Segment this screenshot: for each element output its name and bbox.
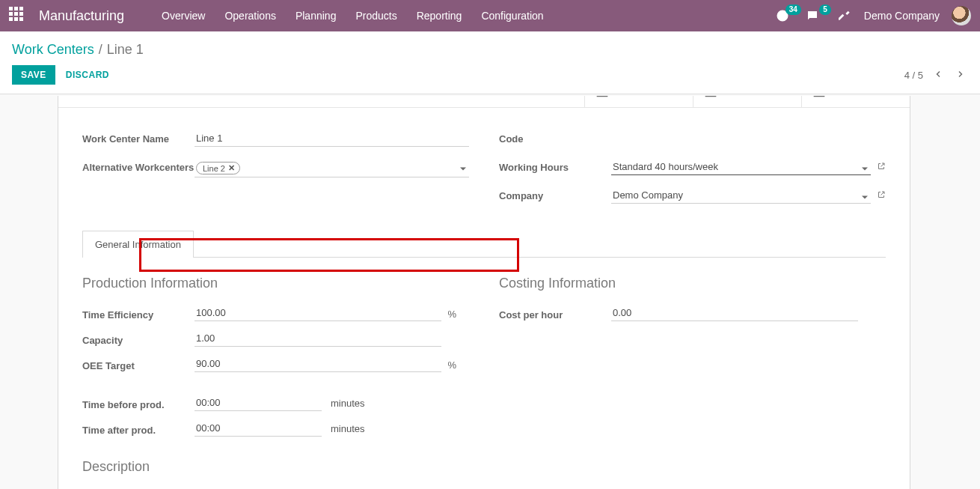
alternative-workcenters-field[interactable]: Line 2 ✕ [195, 159, 469, 177]
bar-chart-icon [594, 96, 610, 99]
form-main: Work Center Name Alternative Workcenters… [58, 108, 910, 231]
form-col-left: Work Center Name Alternative Workcenters… [82, 130, 469, 216]
external-link-icon [877, 162, 886, 171]
time-efficiency-input[interactable] [195, 305, 441, 321]
menu-operations[interactable]: Operations [217, 7, 283, 25]
debug-icon[interactable] [833, 6, 857, 26]
stat-oee[interactable]: OEE [476, 96, 584, 107]
percent-unit: % [441, 357, 456, 371]
chevron-right-icon [956, 70, 965, 79]
menu-overview[interactable]: Overview [154, 7, 212, 25]
stat-buttons: OEE Lost Load Performance [58, 96, 910, 108]
external-link-icon [877, 190, 886, 199]
apps-icon[interactable] [9, 7, 27, 25]
time-before-input[interactable] [195, 395, 322, 411]
label-oee-target: OEE Target [82, 357, 195, 371]
capacity-input[interactable] [195, 330, 441, 347]
workcenter-name-field[interactable] [195, 130, 469, 147]
label-time-after-prod: Time after prod. [82, 422, 195, 436]
label-alternative-workcenters: Alternative Workcenters [82, 159, 195, 173]
empty-unit [441, 338, 456, 340]
tab-content-general: Production Information Time Efficiency %… [58, 258, 910, 452]
working-hours-external-link[interactable] [877, 162, 886, 173]
breadcrumb-root[interactable]: Work Centers [12, 42, 94, 58]
costing-title: Costing Information [499, 276, 886, 291]
label-working-hours: Working Hours [499, 159, 611, 173]
pie-icon [485, 96, 501, 99]
menu-reporting[interactable]: Reporting [409, 7, 470, 25]
stat-performance-label: Performance [833, 96, 889, 97]
main-menu: Overview Operations Planning Products Re… [154, 7, 551, 25]
save-button[interactable]: SAVE [12, 65, 55, 85]
bar-chart-icon [702, 96, 719, 99]
company-external-link[interactable] [877, 190, 886, 201]
label-capacity: Capacity [82, 332, 195, 346]
tabs-container: General Information [58, 231, 910, 258]
alt-tag-item[interactable]: Line 2 ✕ [196, 162, 240, 174]
time-after-input[interactable] [195, 420, 322, 437]
breadcrumb-separator: / [99, 42, 102, 58]
menu-planning[interactable]: Planning [288, 7, 344, 25]
description-section: Description Description of the work cent… [58, 452, 910, 489]
messages-indicator[interactable]: 5 [803, 6, 830, 25]
pager-prev[interactable] [931, 67, 946, 84]
control-panel: Work Centers / Line 1 SAVE DISCARD 4 / 5 [0, 31, 980, 94]
alt-tag-remove-icon[interactable]: ✕ [228, 163, 235, 173]
stat-performance[interactable]: Performance [801, 96, 910, 107]
action-bar: SAVE DISCARD 4 / 5 [12, 58, 968, 94]
costing-section: Costing Information Cost per hour [499, 276, 886, 444]
label-time-efficiency: Time Efficiency [82, 306, 195, 321]
bar-chart-icon [811, 96, 827, 99]
working-hours-input[interactable] [613, 161, 871, 172]
form-sheet: OEE Lost Load Performance Work Center Na… [58, 96, 910, 489]
label-workcenter-name: Work Center Name [82, 130, 195, 145]
user-avatar[interactable] [952, 6, 971, 25]
minutes-unit: minutes [331, 398, 365, 409]
wrench-icon [839, 9, 851, 21]
pager-next[interactable] [953, 67, 968, 84]
topbar: Manufacturing Overview Operations Planni… [0, 0, 980, 31]
label-time-before-prod: Time before prod. [82, 396, 195, 410]
tabs-bar: General Information [82, 231, 886, 258]
company-field[interactable] [611, 187, 871, 204]
activity-count: 34 [785, 4, 801, 15]
company-input[interactable] [613, 189, 871, 201]
form-col-right: Code Working Hours [499, 130, 886, 216]
stat-lost-label: Lost [616, 96, 635, 97]
activity-indicator[interactable]: 34 [773, 6, 800, 25]
alt-tag-label: Line 2 [203, 164, 225, 173]
production-title: Production Information [82, 276, 469, 291]
pager-value[interactable]: 4 / 5 [904, 70, 923, 81]
discard-button[interactable]: DISCARD [66, 70, 109, 80]
percent-unit: % [441, 306, 456, 320]
menu-products[interactable]: Products [348, 7, 404, 25]
stat-oee-label: OEE [507, 96, 527, 97]
label-code: Code [499, 130, 611, 145]
label-cost-per-hour: Cost per hour [499, 306, 611, 321]
stat-load-label: Load [725, 96, 747, 97]
oee-target-input[interactable] [195, 356, 441, 372]
chevron-left-icon [934, 70, 943, 79]
brand-title[interactable]: Manufacturing [39, 8, 124, 24]
content-scroll[interactable]: OEE Lost Load Performance Work Center Na… [0, 96, 968, 489]
production-section: Production Information Time Efficiency %… [82, 276, 469, 444]
company-switcher[interactable]: Demo Company [864, 10, 940, 22]
label-company: Company [499, 187, 611, 201]
tab-general-information[interactable]: General Information [82, 231, 194, 258]
chat-icon [806, 9, 819, 22]
breadcrumb-current: Line 1 [107, 42, 144, 58]
cost-per-hour-input[interactable] [611, 305, 858, 321]
breadcrumb: Work Centers / Line 1 [12, 31, 968, 58]
stat-load[interactable]: Load [693, 96, 801, 107]
menu-configuration[interactable]: Configuration [474, 7, 551, 25]
minutes-unit: minutes [331, 423, 365, 434]
workcenter-name-input[interactable] [196, 133, 469, 144]
pager: 4 / 5 [904, 67, 968, 84]
stat-lost[interactable]: Lost [584, 96, 693, 107]
messages-count: 5 [819, 4, 831, 15]
working-hours-field[interactable] [611, 159, 871, 175]
description-title: Description [82, 459, 886, 475]
